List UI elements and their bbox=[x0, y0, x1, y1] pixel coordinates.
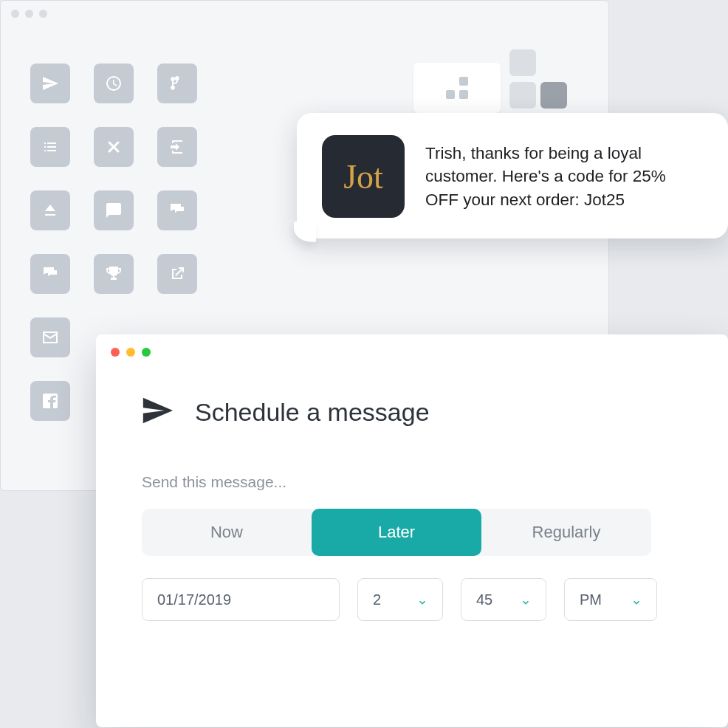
branch-icon[interactable] bbox=[157, 63, 197, 103]
list-icon[interactable] bbox=[30, 127, 70, 167]
dialog-title: Schedule a message bbox=[195, 398, 430, 427]
eject-icon[interactable] bbox=[30, 190, 70, 230]
schedule-mode-tabs: Now Later Regularly bbox=[142, 509, 651, 556]
chat-alt-icon[interactable] bbox=[30, 254, 70, 294]
date-value: 01/17/2019 bbox=[157, 591, 231, 608]
external-link-icon[interactable] bbox=[157, 254, 197, 294]
preview-card bbox=[413, 63, 501, 113]
datetime-row: 01/17/2019 2 45 PM bbox=[142, 578, 682, 621]
hour-value: 2 bbox=[373, 591, 381, 608]
minute-select[interactable]: 45 bbox=[461, 578, 546, 621]
send-icon[interactable] bbox=[30, 63, 70, 103]
chat-bubbles-icon[interactable] bbox=[157, 190, 197, 230]
mail-icon[interactable] bbox=[30, 317, 70, 357]
hour-select[interactable]: 2 bbox=[357, 578, 443, 621]
window-controls bbox=[1, 1, 608, 26]
zoom-window-icon[interactable] bbox=[142, 348, 151, 357]
brand-avatar: Jot bbox=[322, 135, 405, 218]
window-dot bbox=[25, 10, 33, 18]
window-controls bbox=[96, 334, 728, 370]
prompt-label: Send this message... bbox=[142, 473, 682, 491]
chevron-down-icon bbox=[417, 594, 427, 605]
tab-now[interactable]: Now bbox=[142, 509, 312, 556]
clock-icon[interactable] bbox=[94, 63, 134, 103]
trophy-icon[interactable] bbox=[94, 254, 134, 294]
facebook-icon[interactable] bbox=[30, 381, 70, 421]
exit-icon[interactable] bbox=[157, 127, 197, 167]
chevron-down-icon bbox=[521, 594, 531, 605]
minute-value: 45 bbox=[476, 591, 492, 608]
close-window-icon[interactable] bbox=[111, 348, 120, 357]
brand-label: Jot bbox=[343, 157, 383, 196]
chevron-down-icon bbox=[631, 594, 642, 605]
chat-icon[interactable] bbox=[94, 190, 134, 230]
message-preview-bubble: Jot Trish, thanks for being a loyal cust… bbox=[297, 113, 728, 238]
notification-text: Trish, thanks for being a loyal customer… bbox=[425, 142, 700, 210]
window-dot bbox=[39, 10, 47, 18]
preview-thumb-active bbox=[540, 82, 567, 109]
window-dot bbox=[11, 10, 19, 18]
ampm-value: PM bbox=[580, 591, 602, 608]
send-icon bbox=[140, 394, 174, 430]
ampm-select[interactable]: PM bbox=[564, 578, 657, 621]
minimize-window-icon[interactable] bbox=[126, 348, 135, 357]
close-icon[interactable] bbox=[94, 127, 134, 167]
preview-thumb bbox=[509, 49, 536, 76]
date-input[interactable]: 01/17/2019 bbox=[142, 578, 340, 621]
preview-thumb bbox=[509, 82, 536, 109]
schedule-message-dialog: Schedule a message Send this message... … bbox=[96, 334, 728, 727]
tab-regularly[interactable]: Regularly bbox=[481, 509, 651, 556]
tab-later[interactable]: Later bbox=[312, 509, 481, 556]
